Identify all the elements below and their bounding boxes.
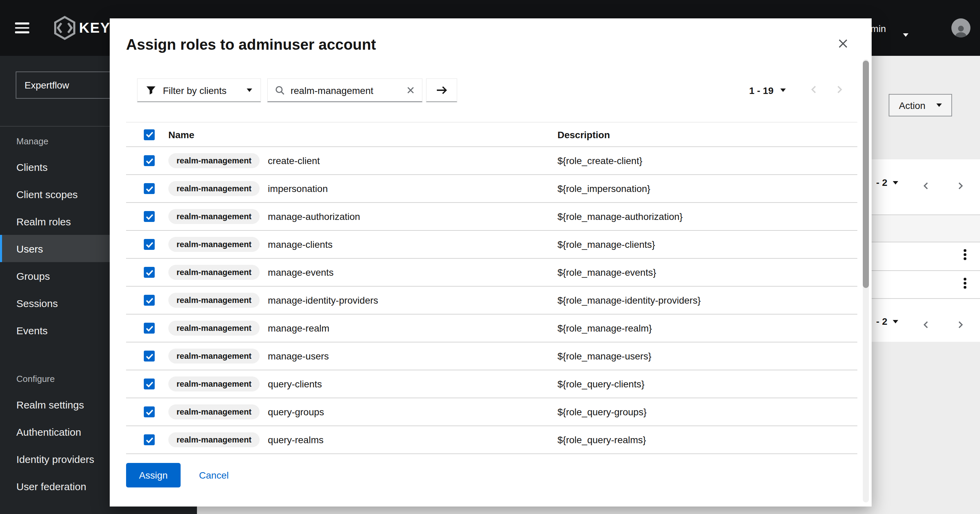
row-checkbox[interactable]: [144, 406, 155, 417]
modal-title: Assign roles to adminuser account: [126, 36, 831, 54]
role-name-cell: realm-management manage-users: [168, 349, 557, 363]
filter-caret-down-icon: [247, 89, 253, 92]
row-checkbox[interactable]: [144, 379, 155, 389]
role-name: query-realms: [268, 434, 323, 445]
role-name-cell: realm-management create-client: [168, 153, 557, 168]
bg-pagination-caret-down-icon: [893, 181, 898, 184]
client-badge: realm-management: [168, 293, 260, 308]
select-all-checkbox[interactable]: [144, 129, 155, 140]
clear-search-icon[interactable]: [407, 86, 415, 95]
column-header-name: Name: [168, 129, 557, 140]
bg-pagination-next-chevron-icon[interactable]: [956, 181, 965, 190]
table-row: realm-management query-realms ${role_que…: [126, 426, 858, 454]
filter-dropdown-label: Filter by clients: [163, 85, 227, 96]
close-icon[interactable]: [836, 37, 850, 51]
bg-pagination-range: - 2: [876, 316, 887, 327]
role-name: manage-realm: [268, 323, 329, 333]
row-checkbox[interactable]: [144, 183, 155, 194]
role-name: manage-events: [268, 267, 334, 278]
bg-pagination-bottom[interactable]: - 2: [876, 316, 898, 327]
role-name: impersonation: [268, 183, 328, 194]
role-name: query-groups: [268, 406, 324, 417]
row-checkbox[interactable]: [144, 267, 155, 278]
role-name: manage-authorization: [268, 211, 360, 222]
role-description: ${role_manage-events}: [557, 267, 858, 278]
cancel-button[interactable]: Cancel: [199, 470, 229, 481]
assign-button[interactable]: Assign: [126, 463, 181, 487]
modal-footer: Assign Cancel: [126, 463, 855, 487]
row-checkbox[interactable]: [144, 295, 155, 306]
role-name-cell: realm-management manage-clients: [168, 237, 557, 252]
role-name-cell: realm-management impersonation: [168, 181, 557, 196]
row-checkbox[interactable]: [144, 155, 155, 166]
client-badge: realm-management: [168, 320, 260, 336]
keycloak-admin-console: KEYCLOAK admin Expertflow Manage Clients…: [0, 0, 980, 514]
role-name-cell: realm-management manage-events: [168, 265, 557, 280]
role-description: ${role_manage-realm}: [557, 323, 858, 333]
pagination-range-dropdown[interactable]: 1 - 19: [749, 85, 786, 96]
action-dropdown-button[interactable]: Action: [889, 94, 952, 116]
client-badge: realm-management: [168, 376, 260, 392]
table-row: realm-management manage-identity-provide…: [126, 287, 858, 314]
role-name-cell: realm-management query-realms: [168, 432, 557, 447]
avatar[interactable]: [951, 18, 970, 37]
row-checkbox[interactable]: [144, 211, 155, 222]
table-body: realm-management create-client ${role_cr…: [126, 147, 858, 454]
user-icon: [953, 24, 969, 37]
filter-by-clients-dropdown[interactable]: Filter by clients: [137, 78, 261, 102]
role-name: create-client: [268, 155, 320, 166]
pagination-next-button[interactable]: [834, 84, 845, 96]
table-row: realm-management manage-clients ${role_m…: [126, 231, 858, 259]
table-row: realm-management impersonation ${role_im…: [126, 175, 858, 203]
row-checkbox[interactable]: [144, 323, 155, 333]
search-input[interactable]: [291, 85, 401, 96]
role-name-cell: realm-management manage-realm: [168, 320, 557, 336]
table-row: realm-management query-groups ${role_que…: [126, 398, 858, 426]
role-name-cell: realm-management manage-authorization: [168, 209, 557, 224]
row-kebab-menu-button[interactable]: [960, 249, 970, 260]
pagination-prev-button[interactable]: [809, 84, 819, 96]
assign-roles-modal: Assign roles to adminuser account Filter…: [110, 18, 872, 506]
role-description: ${role_manage-authorization}: [557, 211, 858, 222]
bg-pagination-next-chevron-icon[interactable]: [956, 320, 965, 330]
bg-pagination-top[interactable]: - 2: [876, 177, 898, 188]
modal-scrollbar-track[interactable]: [863, 59, 869, 503]
pagination-range-label: 1 - 19: [749, 85, 773, 96]
search-submit-button[interactable]: [426, 78, 458, 102]
role-description: ${role_query-clients}: [557, 379, 858, 389]
client-badge: realm-management: [168, 209, 260, 224]
bg-pagination-prev-chevron-icon[interactable]: [921, 320, 931, 330]
user-menu-caret-down-icon[interactable]: [903, 27, 908, 40]
role-name: query-clients: [268, 379, 322, 389]
table-row: realm-management manage-users ${role_man…: [126, 343, 858, 370]
client-badge: realm-management: [168, 405, 260, 419]
client-badge: realm-management: [168, 432, 260, 447]
modal-toolbar: Filter by clients: [137, 78, 845, 102]
action-dropdown-label: Action: [899, 100, 926, 111]
role-description: ${role_query-groups}: [557, 406, 858, 417]
column-header-description: Description: [557, 129, 858, 140]
role-description: ${role_manage-clients}: [557, 239, 858, 250]
pagination-caret-down-icon: [780, 89, 786, 92]
row-checkbox[interactable]: [144, 239, 155, 250]
row-kebab-menu-button[interactable]: [960, 278, 970, 288]
table-row: realm-management manage-events ${role_ma…: [126, 259, 858, 287]
realm-name: Expertflow: [24, 80, 69, 90]
role-name: manage-clients: [268, 239, 332, 250]
row-checkbox[interactable]: [144, 351, 155, 362]
table-header-row: Name Description: [126, 122, 858, 147]
bg-pagination-prev-chevron-icon[interactable]: [921, 181, 931, 190]
role-name-cell: realm-management query-groups: [168, 405, 557, 419]
role-description: ${role_create-client}: [557, 155, 858, 166]
role-name: manage-users: [268, 351, 329, 362]
search-icon: [275, 85, 285, 95]
table-row: realm-management manage-realm ${role_man…: [126, 314, 858, 343]
row-checkbox[interactable]: [144, 434, 155, 445]
client-badge: realm-management: [168, 153, 260, 168]
action-caret-down-icon: [936, 103, 942, 107]
client-badge: realm-management: [168, 181, 260, 196]
hamburger-menu-button[interactable]: [15, 18, 38, 38]
role-description: ${role_manage-identity-providers}: [557, 295, 858, 306]
chevron-right-icon: [834, 84, 845, 94]
modal-scrollbar-thumb[interactable]: [863, 60, 869, 288]
